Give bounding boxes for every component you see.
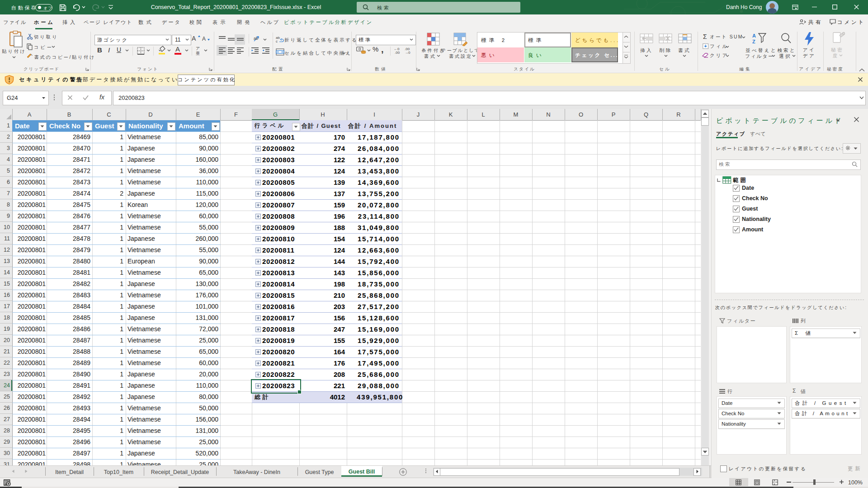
svg-text:A: A bbox=[752, 33, 756, 38]
svg-text:.00: .00 bbox=[395, 51, 400, 54]
svg-text:→0: →0 bbox=[405, 51, 410, 54]
svg-text:ab: ab bbox=[254, 36, 258, 41]
svg-text:Z: Z bbox=[752, 39, 755, 44]
svg-text:c: c bbox=[276, 39, 278, 43]
